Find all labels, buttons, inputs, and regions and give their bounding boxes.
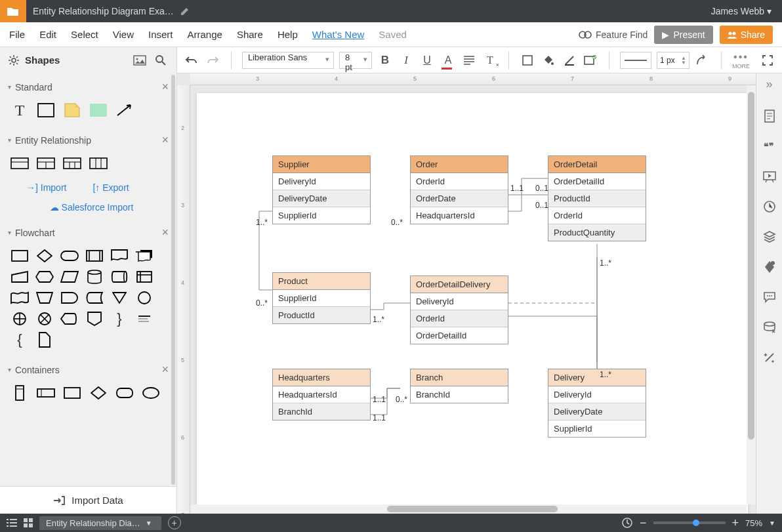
share-button[interactable]: Share	[720, 26, 773, 44]
cn-3[interactable]	[63, 386, 81, 400]
font-select[interactable]: Liberation Sans	[242, 52, 334, 69]
block-shape[interactable]	[89, 103, 108, 117]
user-menu[interactable]: James Webb ▾	[701, 6, 782, 16]
presentation-icon[interactable]	[762, 169, 777, 184]
grid-icon[interactable]	[24, 518, 33, 527]
import-data-button[interactable]: Import Data	[0, 486, 176, 514]
collapse-icon[interactable]: »	[766, 77, 772, 93]
menu-arrange[interactable]: Arrange	[188, 29, 222, 40]
menu-insert[interactable]: Insert	[148, 29, 173, 40]
entity-supplier[interactable]: Supplier DeliveryId DeliveryDate Supplie…	[272, 155, 371, 224]
more-button[interactable]: ••• MORE	[732, 51, 750, 70]
fc-diamond[interactable]	[35, 249, 54, 263]
er-shape-3[interactable]	[63, 156, 81, 171]
fc-merge[interactable]	[110, 291, 129, 305]
font-size-select[interactable]: 8 pt	[339, 52, 372, 69]
feature-find[interactable]: Feature Find	[579, 30, 648, 40]
fc-brace-r[interactable]: }	[110, 312, 129, 326]
left-scrollbar[interactable]	[171, 75, 175, 485]
cn-6[interactable]	[142, 386, 160, 400]
vertical-scrollbar[interactable]	[747, 85, 756, 504]
line-arrow-icon[interactable]	[695, 52, 710, 68]
menu-share[interactable]: Share	[237, 29, 263, 40]
fc-internal-storage[interactable]	[135, 270, 154, 284]
menu-file[interactable]: File	[9, 29, 25, 40]
fc-document[interactable]	[110, 249, 129, 263]
fill-shape-icon[interactable]	[520, 52, 535, 68]
fc-card[interactable]	[35, 333, 54, 347]
sync-icon[interactable]	[621, 517, 633, 529]
layers-icon[interactable]	[762, 230, 777, 244]
fc-sum[interactable]	[35, 312, 54, 326]
fc-multidoc[interactable]	[135, 249, 154, 263]
cn-1[interactable]	[10, 386, 29, 400]
fc-terminal[interactable]	[60, 249, 79, 263]
fc-delay[interactable]	[60, 291, 79, 305]
fc-brace-l[interactable]: {	[10, 333, 29, 347]
comments-icon[interactable]	[762, 290, 777, 304]
cn-4[interactable]	[89, 386, 108, 400]
cn-2[interactable]	[37, 386, 55, 400]
shape-options-icon[interactable]	[583, 52, 598, 68]
menu-edit[interactable]: Edit	[39, 29, 56, 40]
fc-rect[interactable]	[10, 249, 29, 263]
menu-whats-new[interactable]: What's New	[312, 29, 365, 40]
fc-data[interactable]	[60, 270, 79, 284]
close-icon[interactable]: ×	[161, 133, 169, 147]
fc-or[interactable]	[10, 312, 29, 326]
entity-orderdetail[interactable]: OrderDetail OrderDetailId ProductId Orde…	[548, 155, 646, 241]
close-icon[interactable]: ×	[161, 363, 169, 377]
zoom-out-icon[interactable]: −	[640, 516, 647, 530]
text-color-icon[interactable]: A	[440, 52, 456, 68]
menu-help[interactable]: Help	[278, 29, 298, 40]
horizontal-scrollbar[interactable]	[190, 504, 747, 514]
data-icon[interactable]	[762, 260, 777, 274]
edit-title-icon[interactable]	[180, 7, 190, 16]
canvas[interactable]: 3 4 5 6 7 8 9 2 3 4 5 6 7	[177, 73, 756, 514]
underline-icon[interactable]: U	[419, 52, 435, 68]
menu-view[interactable]: View	[113, 29, 134, 40]
close-icon[interactable]: ×	[161, 80, 169, 94]
line-color-icon[interactable]	[562, 52, 577, 68]
fill-color-icon[interactable]	[541, 52, 556, 68]
er-shape-2[interactable]	[37, 156, 55, 171]
fullscreen-icon[interactable]	[760, 52, 775, 68]
page-settings-icon[interactable]	[762, 109, 777, 123]
history-icon[interactable]	[762, 199, 777, 214]
gear-icon[interactable]	[8, 54, 20, 66]
redo-icon[interactable]	[205, 52, 220, 68]
line-width-input[interactable]: 1 px▲▼	[657, 52, 689, 69]
zoom-in-icon[interactable]: +	[732, 516, 739, 530]
add-page-button[interactable]: +	[168, 516, 181, 529]
italic-icon[interactable]: I	[398, 52, 414, 68]
fc-display[interactable]	[60, 312, 79, 326]
folder-icon[interactable]	[0, 0, 26, 22]
entity-branch[interactable]: Branch BranchId	[410, 369, 508, 403]
search-icon[interactable]	[153, 52, 169, 68]
cn-5[interactable]	[115, 386, 134, 400]
menu-select[interactable]: Select	[71, 29, 98, 40]
fc-connector[interactable]	[135, 291, 154, 305]
fc-stored-data[interactable]	[85, 291, 104, 305]
text-shape[interactable]: T	[10, 103, 29, 117]
section-standard[interactable]: Standard×	[0, 73, 176, 100]
zoom-value[interactable]: 75%	[745, 518, 762, 528]
import-link[interactable]: →] Import	[26, 182, 66, 193]
er-shape-4[interactable]	[89, 156, 108, 171]
entity-order[interactable]: Order OrderId OrderDate HeadquartersId	[410, 155, 508, 224]
undo-icon[interactable]	[184, 52, 199, 68]
arrow-shape[interactable]	[115, 103, 134, 117]
section-containers[interactable]: Containers×	[0, 356, 176, 383]
image-icon[interactable]	[132, 52, 148, 68]
note-shape[interactable]	[63, 103, 81, 117]
salesforce-import-link[interactable]: ☁ Salesforce Import	[26, 199, 157, 215]
page-tab[interactable]: Entity Relationship Dia… ▼	[39, 516, 161, 530]
align-icon[interactable]	[461, 52, 477, 68]
er-shape-1[interactable]	[10, 156, 29, 171]
fc-paper-tape[interactable]	[10, 291, 29, 305]
close-icon[interactable]: ×	[161, 226, 169, 239]
outline-icon[interactable]	[7, 518, 17, 527]
fc-offpage[interactable]	[85, 312, 104, 326]
export-link[interactable]: [↑ Export	[93, 182, 129, 193]
fc-direct-data[interactable]	[110, 270, 129, 284]
